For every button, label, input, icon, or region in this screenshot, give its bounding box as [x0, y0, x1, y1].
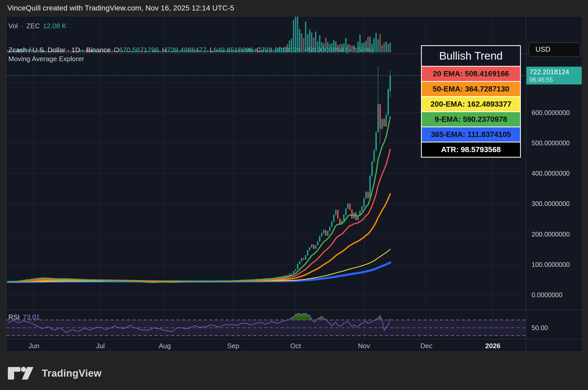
price-tick: 400.0000000 — [532, 170, 570, 177]
bar-countdown: 06:45:55 — [529, 76, 582, 83]
close-label: C — [256, 46, 261, 54]
volume-value: 12.08 K — [43, 22, 67, 30]
tradingview-brand: TradingView — [42, 368, 102, 379]
trend-row: ATR: 98.5793568 — [422, 142, 520, 157]
trend-info-box: Bullish Trend 20 EMA: 508.416916650-EMA:… — [421, 45, 521, 158]
time-label: 2026 — [485, 342, 500, 350]
low-value: 649.8510696 — [214, 46, 253, 54]
volume-symbol: ZEC — [26, 22, 40, 30]
price-tick: 500.0000000 — [532, 139, 570, 147]
currency-label: USD — [535, 45, 550, 54]
price-tick: 0.0000000 — [532, 291, 562, 299]
trend-row: 200-EMA: 162.4893377 — [422, 96, 520, 111]
tradingview-snapshot: VinceQuill created with TradingView.com,… — [0, 0, 588, 390]
time-label: Aug — [159, 342, 171, 350]
last-price-value: 722.2018124 — [529, 68, 582, 76]
rsi-legend[interactable]: RSI 73.01 — [8, 313, 40, 321]
time-label: Oct — [290, 342, 301, 350]
trend-row: 50-EMA: 364.7287130 — [422, 81, 520, 96]
indicator-legend[interactable]: Moving Average Explorer — [8, 55, 84, 63]
price-tick: 600.0000000 — [532, 109, 570, 116]
rsi-label: RSI — [8, 313, 20, 321]
volume-separator: · — [21, 22, 23, 30]
trend-rows: 20 EMA: 508.416916650-EMA: 364.728713020… — [422, 66, 520, 157]
currency-toggle-button[interactable]: USD — [529, 42, 580, 57]
close-value: 722.2018124 — [261, 46, 301, 54]
symbol-title: Zcash / U.S. Dollar · 1D · Binance — [8, 46, 111, 54]
trend-title: Bullish Trend — [422, 46, 520, 66]
rsi-level-label: 50.00 — [532, 324, 548, 332]
high-label: H — [162, 46, 167, 54]
time-label: Jun — [28, 342, 39, 350]
last-price-label: 722.2018124 06:45:55 — [526, 67, 582, 84]
price-tick: 300.0000000 — [532, 200, 570, 208]
open-label: O — [114, 46, 119, 54]
price-tick: 200.0000000 — [532, 230, 570, 238]
volume-label: Vol — [8, 22, 18, 30]
time-label: Dec — [420, 342, 432, 350]
symbol-legend[interactable]: Zcash / U.S. Dollar · 1D · Binance O670.… — [8, 46, 373, 54]
rsi-value: 73.01 — [23, 313, 40, 321]
indicator-title: Moving Average Explorer — [8, 55, 84, 63]
change-value: +50.9009894 (+7.58%) — [304, 46, 373, 54]
open-value: 670.5671796 — [119, 46, 159, 54]
tradingview-mark-icon — [7, 366, 37, 380]
high-value: 739.4986477 — [167, 46, 206, 54]
tradingview-logo[interactable]: TradingView — [7, 366, 102, 380]
volume-legend[interactable]: Vol · ZEC 12.08 K — [8, 22, 66, 30]
time-label: Nov — [358, 342, 370, 350]
trend-row: 20 EMA: 508.4169166 — [422, 66, 520, 81]
trend-row: 9-EMA: 590.2370978 — [422, 111, 520, 127]
time-label: Jul — [96, 342, 105, 350]
price-tick: 100.0000000 — [532, 261, 570, 268]
trend-row: 365-EMA: 111.8374105 — [422, 127, 520, 142]
time-label: Sep — [227, 342, 239, 350]
low-label: L — [210, 46, 213, 54]
